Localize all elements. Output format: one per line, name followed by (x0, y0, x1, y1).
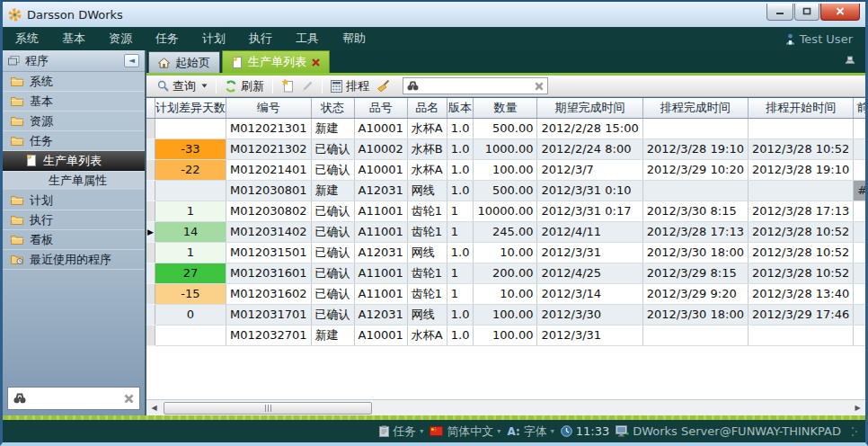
menu-item[interactable]: 基本 (62, 31, 85, 47)
sidebar-item-计划[interactable]: 计划 (3, 191, 145, 210)
table-cell: A11001 (354, 221, 407, 242)
sidebar-search-clear-icon[interactable] (124, 394, 134, 404)
column-header[interactable]: 期望完成时间 (537, 98, 642, 118)
toolbar-search-clear-icon[interactable] (535, 82, 544, 91)
table-row[interactable]: ▶14M012031402已确认A11001齿轮11245.002012/4/1… (146, 221, 865, 242)
sidebar-item-最近使用的程序[interactable]: 最近使用的程序 (3, 250, 145, 270)
column-header[interactable]: 品名 (407, 98, 447, 118)
row-gutter[interactable]: ▶ (146, 221, 155, 242)
sidebar-collapse-button[interactable]: ◄ (124, 54, 139, 67)
row-gutter[interactable] (146, 304, 155, 325)
scroll-thumb[interactable] (164, 402, 372, 415)
status-language-menu[interactable]: 简体中文 ▾ (430, 424, 500, 440)
refresh-button[interactable]: 刷新 (221, 77, 268, 95)
menu-item[interactable]: 资源 (109, 31, 132, 47)
column-header[interactable]: 编号 (226, 98, 311, 118)
table-cell: M012021301 (226, 118, 311, 138)
menu-item[interactable]: 工具 (296, 31, 319, 47)
table-cell (854, 159, 865, 180)
sidebar-item-生产单列表[interactable]: 生产单列表 (3, 151, 145, 171)
table-cell (854, 242, 865, 263)
query-button[interactable]: 查询 (154, 77, 211, 95)
cell-diff-days (155, 118, 226, 138)
table-cell (642, 325, 748, 345)
table-row[interactable]: 1M012031501已确认A12031网线1.010.002012/3/312… (146, 242, 865, 263)
table-cell: 2012/3/30 8:15 (642, 201, 748, 221)
tab-起始页[interactable]: 起始页 (148, 51, 220, 73)
table-cell: 2012/3/31 0:17 (537, 201, 642, 221)
menu-item[interactable]: 系统 (15, 31, 39, 47)
user-icon (785, 33, 795, 45)
table-cell (854, 201, 865, 221)
menu-item[interactable]: 计划 (202, 31, 226, 47)
table-cell: 齿轮1 (407, 201, 447, 221)
table-row[interactable]: 27M012031601已确认A11001齿轮11200.002012/4/25… (146, 263, 865, 283)
menu-item[interactable]: 执行 (249, 31, 272, 47)
table-row[interactable]: M012032701新建A10001水杯A1.0100.002012/3/31 (146, 325, 865, 345)
table-row[interactable]: -22M012021401已确认A10001水杯A1.0100.002012/3… (146, 159, 865, 180)
table-row[interactable]: M012021301新建A10001水杯A1.0500.002012/2/28 … (146, 118, 865, 138)
menu-item[interactable]: 帮助 (342, 31, 366, 47)
row-gutter[interactable] (146, 201, 155, 221)
status-font-menu[interactable]: A: 字体 ▾ (507, 424, 554, 440)
schedule-button[interactable]: 排程 (327, 77, 373, 95)
new-item-button[interactable] (278, 77, 297, 95)
user-name: Test User (800, 32, 853, 46)
column-header[interactable]: 品号 (354, 98, 407, 118)
row-gutter[interactable] (146, 138, 155, 159)
table-cell: 已确认 (311, 304, 354, 325)
column-header[interactable]: 版本 (447, 98, 474, 118)
status-task-menu[interactable]: 任务 ▾ (379, 424, 423, 440)
tab-生产单列表[interactable]: 生产单列表 (222, 50, 330, 73)
close-button[interactable] (820, 4, 860, 21)
row-gutter[interactable] (146, 263, 155, 283)
user-indicator[interactable]: Test User (785, 32, 853, 46)
table-row[interactable]: M012030801新建A12031网线1.0500.002012/3/31 0… (146, 180, 865, 201)
edit-button[interactable] (297, 77, 317, 95)
row-gutter[interactable] (146, 180, 155, 201)
table-row[interactable]: 1M012030802已确认A11001齿轮1110000.002012/3/3… (146, 201, 865, 221)
sidebar-item-看板[interactable]: 看板 (3, 230, 145, 250)
column-header[interactable]: 状态 (311, 98, 354, 118)
scroll-left-arrow[interactable]: ◀ (146, 401, 162, 415)
minimize-button[interactable] (766, 4, 793, 21)
sidebar-item-生产单属性[interactable]: 生产单属性 (3, 171, 145, 191)
horizontal-scrollbar[interactable]: ◀ ▶ (146, 399, 865, 415)
table-row[interactable]: -15M012031602已确认A11001齿轮1110.002012/3/14… (146, 283, 865, 304)
table-cell: 2012/3/29 8:15 (642, 263, 748, 283)
toolbar-search-input[interactable] (422, 80, 531, 93)
row-gutter[interactable] (146, 159, 155, 180)
table-row[interactable]: 0M012031701已确认A12031网线1.0100.002012/3/30… (146, 304, 865, 325)
row-gutter[interactable] (146, 118, 155, 138)
flag-icon (430, 426, 443, 436)
maximize-button[interactable] (794, 4, 819, 21)
table-row[interactable]: -33M012021302已确认A10002水杯B1.01000.002012/… (146, 138, 865, 159)
column-header[interactable]: 计划差异天数 (155, 98, 226, 118)
cell-diff-days: -33 (155, 138, 226, 159)
row-gutter[interactable] (146, 325, 155, 345)
sidebar-item-资源[interactable]: 资源 (3, 112, 145, 131)
row-gutter[interactable] (146, 242, 155, 263)
tab-close-icon[interactable] (312, 58, 320, 67)
status-bar: 任务 ▾ 简体中文 ▾ A: 字体 ▾ (3, 420, 865, 442)
status-language-label: 简体中文 (447, 424, 493, 440)
panel-pin-icon[interactable] (844, 55, 856, 65)
column-header[interactable]: 前 (854, 98, 865, 118)
sidebar-item-系统[interactable]: 系统 (3, 72, 145, 92)
column-header[interactable]: 排程开始时间 (748, 98, 854, 118)
scroll-right-arrow[interactable]: ▶ (850, 401, 865, 415)
sidebar-item-执行[interactable]: 执行 (3, 210, 145, 230)
resize-grip-icon[interactable] (851, 426, 858, 437)
menu-item[interactable]: 任务 (155, 31, 179, 47)
column-header[interactable]: 排程完成时间 (642, 98, 748, 118)
table-cell (854, 263, 865, 283)
column-header[interactable]: 数量 (474, 98, 537, 118)
row-gutter[interactable] (146, 283, 155, 304)
sidebar-item-任务[interactable]: 任务 (3, 131, 145, 151)
sidebar-item-基本[interactable]: 基本 (3, 92, 145, 112)
table-cell: 齿轮1 (407, 221, 447, 242)
table-cell: 2012/3/31 (537, 325, 642, 345)
orders-table: 计划差异天数编号状态品号品名版本数量期望完成时间排程完成时间排程开始时间前M01… (146, 98, 865, 346)
clean-button[interactable] (373, 77, 394, 95)
sidebar-search-input[interactable] (26, 392, 124, 405)
